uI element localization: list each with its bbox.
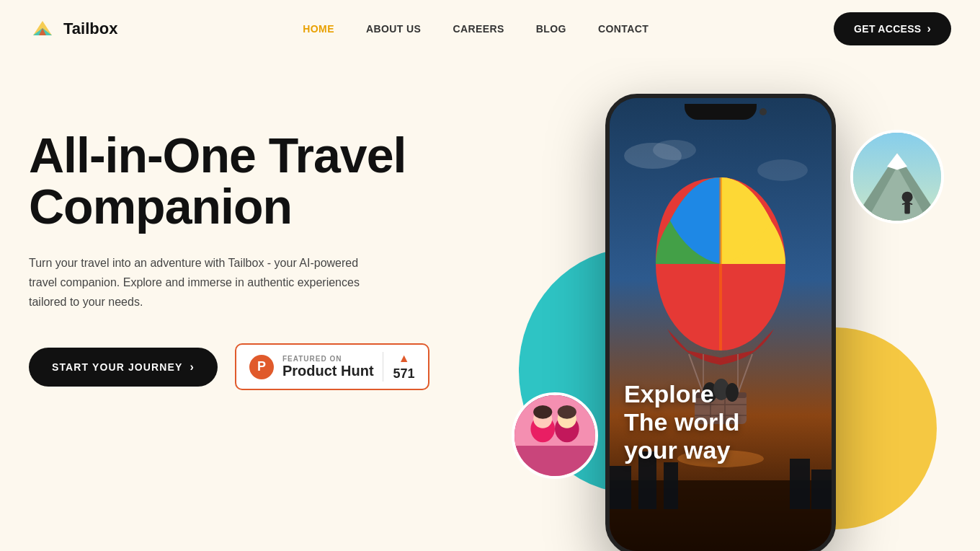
circle-photo-bottom xyxy=(512,392,598,479)
product-hunt-logo-icon: P xyxy=(249,355,274,379)
svg-rect-19 xyxy=(610,466,631,509)
nav-link-about[interactable]: ABOUT US xyxy=(366,23,421,35)
nav-item-careers[interactable]: CAREERS xyxy=(453,22,504,35)
hero-right: Explore The world your way xyxy=(490,87,951,551)
nav-link-blog[interactable]: BLOG xyxy=(536,23,566,35)
svg-rect-22 xyxy=(790,459,810,509)
phone-text-line1: Explore xyxy=(624,380,740,408)
mountain-photo xyxy=(853,133,941,221)
logo[interactable]: Tailbox xyxy=(29,15,117,43)
hero-description: Turn your travel into an adventure with … xyxy=(29,253,375,312)
tailbox-logo-icon xyxy=(29,15,56,43)
nav-links: HOME ABOUT US CAREERS BLOG CONTACT xyxy=(303,22,649,35)
get-access-arrow: › xyxy=(927,22,931,35)
start-journey-label: START YOUR JOURNEY xyxy=(52,361,182,373)
hero-section: All-in-One Travel Companion Turn your tr… xyxy=(0,58,980,551)
hero-title: All-in-One Travel Companion xyxy=(29,130,490,233)
start-journey-button[interactable]: START YOUR JOURNEY › xyxy=(29,348,218,387)
people-photo xyxy=(514,395,595,476)
product-hunt-featured-label: FEATURED ON xyxy=(282,355,374,363)
nav-link-home[interactable]: HOME xyxy=(303,23,334,35)
product-hunt-badge[interactable]: P FEATURED ON Product Hunt ▲ 571 xyxy=(235,343,429,390)
product-hunt-name: Product Hunt xyxy=(282,363,374,379)
phone-text-line3: your way xyxy=(624,436,740,464)
nav-link-careers[interactable]: CAREERS xyxy=(453,23,504,35)
phone-overlay-text: Explore The world your way xyxy=(624,380,740,464)
svg-rect-21 xyxy=(664,462,678,509)
navbar: Tailbox HOME ABOUT US CAREERS BLOG CONTA… xyxy=(0,0,980,58)
phone-mockup: Explore The world your way xyxy=(605,94,836,551)
nav-item-contact[interactable]: CONTACT xyxy=(598,22,649,35)
hero-actions: START YOUR JOURNEY › P FEATURED ON Produ… xyxy=(29,343,490,390)
phone-text-line2: The world xyxy=(624,408,740,436)
nav-item-about[interactable]: ABOUT US xyxy=(366,22,421,35)
get-access-button[interactable]: GET ACCESS › xyxy=(834,12,951,45)
upvote-arrow-icon: ▲ xyxy=(398,352,410,365)
get-access-label: GET ACCESS xyxy=(854,23,921,35)
product-hunt-text: FEATURED ON Product Hunt xyxy=(282,355,374,379)
svg-point-38 xyxy=(533,405,552,419)
product-hunt-count-section: ▲ 571 xyxy=(383,352,415,382)
phone-notch xyxy=(685,104,757,120)
product-hunt-count: 571 xyxy=(393,366,415,382)
hero-left: All-in-One Travel Companion Turn your tr… xyxy=(29,87,490,390)
nav-item-blog[interactable]: BLOG xyxy=(536,22,566,35)
circle-photo-top xyxy=(850,130,944,224)
svg-rect-23 xyxy=(811,470,832,509)
start-journey-arrow: › xyxy=(190,361,194,374)
svg-point-2 xyxy=(653,140,696,160)
svg-point-29 xyxy=(902,192,913,203)
logo-text: Tailbox xyxy=(63,19,117,38)
svg-point-3 xyxy=(757,159,808,181)
nav-item-home[interactable]: HOME xyxy=(303,22,334,35)
nav-link-contact[interactable]: CONTACT xyxy=(598,23,649,35)
phone-camera xyxy=(760,108,767,115)
phone-screen: Explore The world your way xyxy=(610,98,832,551)
balloon-scene xyxy=(610,98,832,551)
svg-point-39 xyxy=(558,405,576,419)
